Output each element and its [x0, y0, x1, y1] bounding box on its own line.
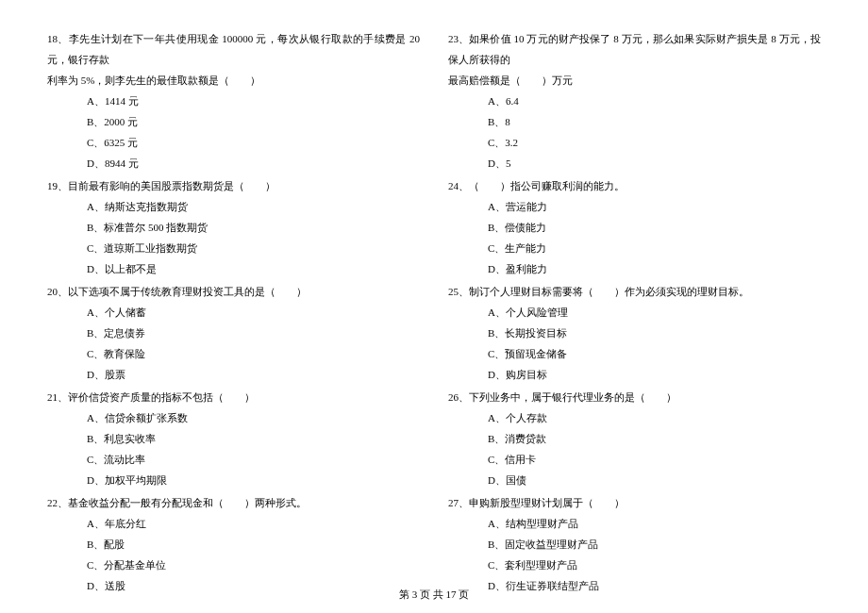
q19-option-d: D、以上都不是: [47, 258, 420, 279]
q21-option-d: D、加权平均期限: [47, 470, 420, 490]
q27-option-c: C、套利型理财产品: [448, 555, 821, 575]
q25-option-a: A、个人风险管理: [448, 302, 821, 323]
q25-option-c: C、预留现金储备: [448, 343, 821, 364]
q21-option-c: C、流动比率: [47, 449, 420, 470]
q23-option-d: D、5: [448, 153, 821, 174]
q24-option-c: C、生产能力: [448, 238, 821, 258]
q25-option-b: B、长期投资目标: [448, 323, 821, 343]
q20-text: 20、以下选项不属于传统教育理财投资工具的是（ ）: [47, 281, 420, 302]
page-footer: 第 3 页 共 17 页: [0, 588, 868, 602]
q24-option-b: B、偿债能力: [448, 217, 821, 238]
q22-option-b: B、配股: [47, 534, 420, 555]
q21-option-a: A、信贷余额扩张系数: [47, 407, 420, 428]
q21-option-b: B、利息实收率: [47, 428, 420, 449]
q24-option-d: D、盈利能力: [448, 258, 821, 279]
q18-option-a: A、1414 元: [47, 91, 420, 111]
q24-option-a: A、营运能力: [448, 196, 821, 217]
q26-option-d: D、国债: [448, 470, 821, 490]
q18-line2: 利率为 5%，则李先生的最佳取款额是（ ）: [47, 70, 420, 91]
q22-option-c: C、分配基金单位: [47, 555, 420, 575]
q26-option-a: A、个人存款: [448, 407, 821, 428]
q27-option-a: A、结构型理财产品: [448, 513, 821, 534]
q21-text: 21、评价信贷资产质量的指标不包括（ ）: [47, 387, 420, 407]
q18-option-c: C、6325 元: [47, 132, 420, 153]
q20-option-c: C、教育保险: [47, 343, 420, 364]
q23-option-b: B、8: [448, 111, 821, 132]
q23-option-c: C、3.2: [448, 132, 821, 153]
q18-option-d: D、8944 元: [47, 153, 420, 174]
q27-text: 27、申购新股型理财计划属于（ ）: [448, 492, 821, 513]
q19-text: 19、目前最有影响的美国股票指数期货是（ ）: [47, 175, 420, 196]
q20-option-d: D、股票: [47, 364, 420, 385]
q18-line1: 18、李先生计划在下一年共使用现金 100000 元，每次从银行取款的手续费是 …: [47, 28, 420, 70]
q25-text: 25、制订个人理财目标需要将（ ）作为必须实现的理财目标。: [448, 281, 821, 302]
q26-text: 26、下列业务中，属于银行代理业务的是（ ）: [448, 387, 821, 407]
q27-option-b: B、固定收益型理财产品: [448, 534, 821, 555]
q23-line1: 23、如果价值 10 万元的财产投保了 8 万元，那么如果实际财产损失是 8 万…: [448, 28, 821, 70]
q26-option-c: C、信用卡: [448, 449, 821, 470]
q23-line2: 最高赔偿额是（ ）万元: [448, 70, 821, 91]
q18-option-b: B、2000 元: [47, 111, 420, 132]
q24-text: 24、（ ）指公司赚取利润的能力。: [448, 175, 821, 196]
q22-option-a: A、年底分红: [47, 513, 420, 534]
q26-option-b: B、消费贷款: [448, 428, 821, 449]
q22-text: 22、基金收益分配一般有分配现金和（ ）两种形式。: [47, 492, 420, 513]
q19-option-c: C、道琼斯工业指数期货: [47, 238, 420, 258]
q20-option-b: B、定息债券: [47, 323, 420, 343]
q25-option-d: D、购房目标: [448, 364, 821, 385]
q20-option-a: A、个人储蓄: [47, 302, 420, 323]
q19-option-b: B、标准普尔 500 指数期货: [47, 217, 420, 238]
q23-option-a: A、6.4: [448, 91, 821, 111]
q19-option-a: A、纳斯达克指数期货: [47, 196, 420, 217]
